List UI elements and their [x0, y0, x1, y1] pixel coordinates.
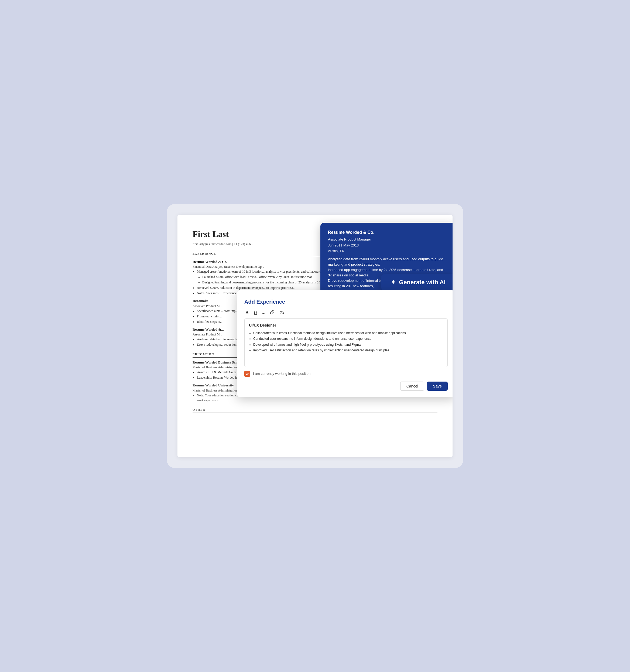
modal-content-area[interactable]: UI/UX Designer Collaborated with cross-f… — [244, 318, 448, 367]
tooltip-role: Associate Product Manager — [328, 237, 448, 242]
modal-bullet-3: Developed wireframes and high-fidelity p… — [253, 342, 443, 347]
toolbar-underline-button[interactable]: U — [253, 310, 258, 315]
cancel-button[interactable]: Cancel — [400, 382, 425, 391]
education-school-1: Resume Worded Business School — [193, 360, 242, 365]
ai-sparkle-icon: ✦ — [391, 279, 396, 286]
tooltip-location: Austin, TX — [328, 248, 448, 254]
education-school-2: Resume Worded University — [193, 383, 234, 388]
app-container: First Last first.last@resumeworded.com |… — [167, 204, 463, 468]
checkbox-wrapper — [244, 371, 250, 377]
add-experience-modal: Add Experience B U ≡ Tx U — [237, 290, 453, 397]
generate-ai-button[interactable]: ✦ Generate with AI — [381, 274, 453, 291]
modal-title: Add Experience — [244, 298, 448, 306]
checkbox-check-icon — [245, 372, 249, 376]
tooltip-dates: Jun 2011 May 2013 — [328, 243, 448, 248]
currently-working-row: I am currently working in this position — [244, 371, 448, 377]
tooltip-bullet-1: Analyzed data from 25000 monthly active … — [328, 257, 443, 266]
checkbox-label: I am currently working in this position — [253, 371, 310, 377]
modal-actions: Cancel Save — [244, 382, 448, 391]
resume-background: First Last first.last@resumeworded.com |… — [177, 215, 453, 457]
modal-content-bullets: Collaborated with cross-functional teams… — [253, 331, 443, 353]
toolbar-bold-button[interactable]: B — [244, 310, 250, 316]
save-button[interactable]: Save — [427, 382, 448, 391]
tooltip-company: Resume Worded & Co. — [328, 229, 448, 236]
modal-bullet-4: Improved user satisfaction and retention… — [253, 348, 443, 353]
modal-bullet-1: Collaborated with cross-functional teams… — [253, 331, 443, 336]
other-section-title: OTHER — [193, 407, 437, 413]
modal-toolbar: B U ≡ Tx — [244, 310, 448, 316]
generate-ai-label: Generate with AI — [399, 279, 445, 286]
modal-content-title: UI/UX Designer — [249, 322, 443, 329]
toolbar-clear-button[interactable]: Tx — [278, 310, 286, 315]
modal-bullet-2: Conducted user research to inform design… — [253, 336, 443, 341]
toolbar-link-button[interactable] — [269, 310, 275, 316]
toolbar-list-button[interactable]: ≡ — [261, 310, 266, 315]
